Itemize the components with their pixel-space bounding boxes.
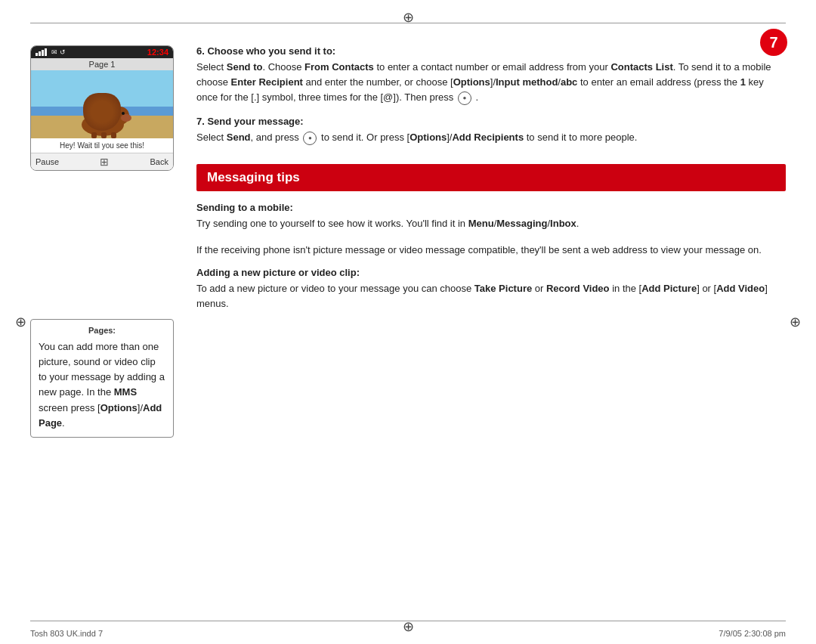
svg-point-11 [91, 105, 104, 120]
phone-pause-button[interactable]: Pause [36, 157, 59, 166]
tips-sending-text1: Try sending one to yourself to see how i… [196, 216, 786, 231]
phone-sync-icon: ↺ [60, 48, 66, 56]
pages-box-text: You can add more than one picture, sound… [39, 339, 165, 431]
signal-bar-1 [36, 53, 38, 56]
pages-info-box: Pages: You can add more than one picture… [30, 319, 174, 438]
tips-sending-text2: If the receiving phone isn't picture mes… [196, 243, 786, 258]
svg-point-7 [122, 112, 125, 115]
phone-divider-icon: ⊞ [100, 156, 109, 168]
svg-rect-9 [101, 132, 107, 138]
center-button-icon: ● [458, 91, 471, 105]
phone-back-button[interactable]: Back [150, 157, 168, 166]
phone-image-svg [31, 70, 173, 138]
section-6-heading: 6. Choose who you send it to: [196, 45, 786, 57]
main-content: ✉ ↺ 12:34 Page 1 [30, 45, 786, 606]
tips-adding-heading: Adding a new picture or video clip: [196, 267, 786, 278]
phone-status-left: ✉ ↺ [36, 48, 66, 56]
phone-envelope-icon: ✉ [51, 48, 57, 56]
pages-box-title: Pages: [39, 326, 165, 335]
page-border-bottom [30, 621, 786, 621]
phone-status-bar: ✉ ↺ 12:34 [31, 46, 173, 58]
svg-marker-12 [94, 105, 101, 108]
svg-rect-8 [91, 132, 97, 138]
signal-bar-4 [45, 48, 47, 56]
footer: Tosh 803 UK.indd 7 7/9/05 2:30:08 pm [30, 629, 786, 638]
left-column: ✉ ↺ 12:34 Page 1 [30, 45, 181, 606]
signal-bar-3 [42, 50, 44, 56]
phone-image-area [31, 70, 173, 138]
crosshair-left-icon: ⊕ [15, 314, 26, 330]
tips-section-sending: Sending to a mobile: Try sending one to … [196, 202, 786, 258]
right-column: 6. Choose who you send it to: Select Sen… [196, 45, 786, 606]
section-7-text: Select Send, and press ● to send it. Or … [196, 130, 786, 145]
tips-section-adding: Adding a new picture or video clip: To a… [196, 267, 786, 311]
svg-rect-2 [31, 107, 173, 116]
phone-time: 12:34 [147, 48, 168, 57]
phone-buttons: Pause ⊞ Back [31, 153, 173, 170]
signal-bars [36, 48, 47, 56]
messaging-tips-label: Messaging tips [207, 170, 300, 184]
tips-adding-text: To add a new picture or video to your me… [196, 281, 786, 311]
center-button-icon-2: ● [303, 132, 317, 145]
svg-rect-10 [111, 132, 116, 138]
section-6-text: Select Send to. Choose From Contacts to … [196, 60, 786, 105]
footer-left: Tosh 803 UK.indd 7 [30, 629, 103, 638]
phone-page-label: Page 1 [31, 58, 173, 70]
footer-right: 7/9/05 2:30:08 pm [719, 629, 786, 638]
svg-point-6 [121, 114, 131, 122]
phone-mockup: ✉ ↺ 12:34 Page 1 [30, 45, 174, 171]
section-6: 6. Choose who you send it to: Select Sen… [196, 45, 786, 105]
messaging-tips-banner: Messaging tips [196, 164, 786, 191]
phone-caption: Hey! Wait til you see this! [31, 138, 173, 153]
section-7: 7. Send your message: Select Send, and p… [196, 116, 786, 145]
page-border-top [30, 23, 786, 23]
svg-point-13 [88, 110, 98, 119]
section-7-heading: 7. Send your message: [196, 116, 786, 127]
crosshair-right-icon: ⊕ [790, 314, 801, 330]
tips-sending-heading: Sending to a mobile: [196, 202, 786, 213]
signal-bar-2 [39, 51, 41, 56]
phone-image-dog [31, 70, 173, 138]
